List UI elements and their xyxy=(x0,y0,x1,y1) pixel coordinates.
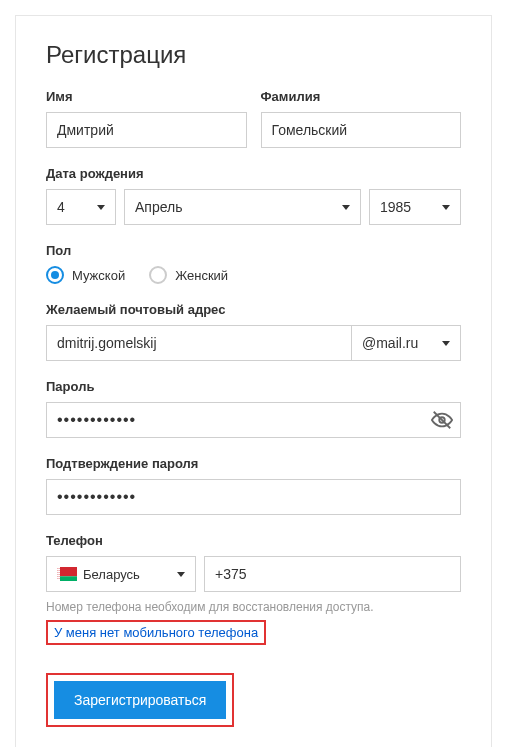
name-row: Имя Фамилия xyxy=(46,89,461,148)
phone-hint: Номер телефона необходим для восстановле… xyxy=(46,600,461,614)
submit-highlight: Зарегистрироваться xyxy=(46,673,234,727)
gender-male-label: Мужской xyxy=(72,268,125,283)
email-group: Желаемый почтовый адрес @mail.ru xyxy=(46,302,461,361)
birth-month-value: Апрель xyxy=(135,199,183,215)
registration-panel: Регистрация Имя Фамилия Дата рождения 4 … xyxy=(15,15,492,747)
radio-icon xyxy=(46,266,64,284)
last-name-input[interactable] xyxy=(261,112,462,148)
gender-male-radio[interactable]: Мужской xyxy=(46,266,125,284)
first-name-field: Имя xyxy=(46,89,247,148)
svg-rect-9 xyxy=(58,572,59,573)
svg-rect-5 xyxy=(58,568,59,569)
eye-off-icon[interactable] xyxy=(431,409,453,431)
submit-row: Зарегистрироваться xyxy=(46,673,461,727)
email-label: Желаемый почтовый адрес xyxy=(46,302,461,317)
chevron-down-icon xyxy=(342,205,350,210)
no-phone-wrap: У меня нет мобильного телефона xyxy=(46,620,461,645)
gender-group: Пол Мужской Женский xyxy=(46,243,461,284)
password-group: Пароль •••••••••••• xyxy=(46,379,461,438)
chevron-down-icon xyxy=(177,572,185,577)
svg-rect-10 xyxy=(59,572,60,573)
email-local-input[interactable] xyxy=(46,325,351,361)
birth-label: Дата рождения xyxy=(46,166,461,181)
svg-rect-6 xyxy=(59,568,60,569)
birth-month-select[interactable]: Апрель xyxy=(124,189,361,225)
svg-rect-16 xyxy=(59,578,60,579)
page-title: Регистрация xyxy=(46,41,461,69)
email-domain-value: @mail.ru xyxy=(362,335,418,351)
register-button[interactable]: Зарегистрироваться xyxy=(54,681,226,719)
password-label: Пароль xyxy=(46,379,461,394)
first-name-label: Имя xyxy=(46,89,247,104)
last-name-label: Фамилия xyxy=(261,89,462,104)
confirm-password-input[interactable]: •••••••••••• xyxy=(46,479,461,515)
email-row: @mail.ru xyxy=(46,325,461,361)
svg-rect-13 xyxy=(58,576,59,577)
no-phone-highlight: У меня нет мобильного телефона xyxy=(46,620,266,645)
birth-group: Дата рождения 4 Апрель 1985 xyxy=(46,166,461,225)
gender-female-label: Женский xyxy=(175,268,228,283)
phone-label: Телефон xyxy=(46,533,461,548)
flag-belarus-icon xyxy=(57,567,77,581)
radio-icon xyxy=(149,266,167,284)
last-name-field: Фамилия xyxy=(261,89,462,148)
no-phone-link[interactable]: У меня нет мобильного телефона xyxy=(54,625,258,640)
chevron-down-icon xyxy=(442,205,450,210)
svg-rect-12 xyxy=(59,574,60,575)
confirm-password-label: Подтверждение пароля xyxy=(46,456,461,471)
phone-country-value: Беларусь xyxy=(83,567,171,582)
gender-label: Пол xyxy=(46,243,461,258)
password-input[interactable]: •••••••••••• xyxy=(46,402,461,438)
chevron-down-icon xyxy=(442,341,450,346)
gender-radios: Мужской Женский xyxy=(46,266,461,284)
email-domain-select[interactable]: @mail.ru xyxy=(351,325,461,361)
phone-group: Телефон xyxy=(46,533,461,645)
chevron-down-icon xyxy=(97,205,105,210)
svg-rect-7 xyxy=(58,570,59,571)
birth-year-select[interactable]: 1985 xyxy=(369,189,461,225)
birth-day-select[interactable]: 4 xyxy=(46,189,116,225)
svg-rect-14 xyxy=(59,576,60,577)
first-name-input[interactable] xyxy=(46,112,247,148)
svg-rect-8 xyxy=(59,570,60,571)
phone-country-select[interactable]: Беларусь xyxy=(46,556,196,592)
phone-row: Беларусь xyxy=(46,556,461,592)
birth-date-row: 4 Апрель 1985 xyxy=(46,189,461,225)
gender-female-radio[interactable]: Женский xyxy=(149,266,228,284)
birth-year-value: 1985 xyxy=(380,199,411,215)
footnote: Нажимая кнопку «Зарегистрироваться», вы … xyxy=(46,743,461,747)
confirm-password-group: Подтверждение пароля •••••••••••• xyxy=(46,456,461,515)
svg-rect-15 xyxy=(58,578,59,579)
svg-rect-4 xyxy=(57,567,60,581)
phone-number-input[interactable] xyxy=(204,556,461,592)
svg-rect-11 xyxy=(58,574,59,575)
birth-day-value: 4 xyxy=(57,199,65,215)
password-wrap: •••••••••••• xyxy=(46,402,461,438)
